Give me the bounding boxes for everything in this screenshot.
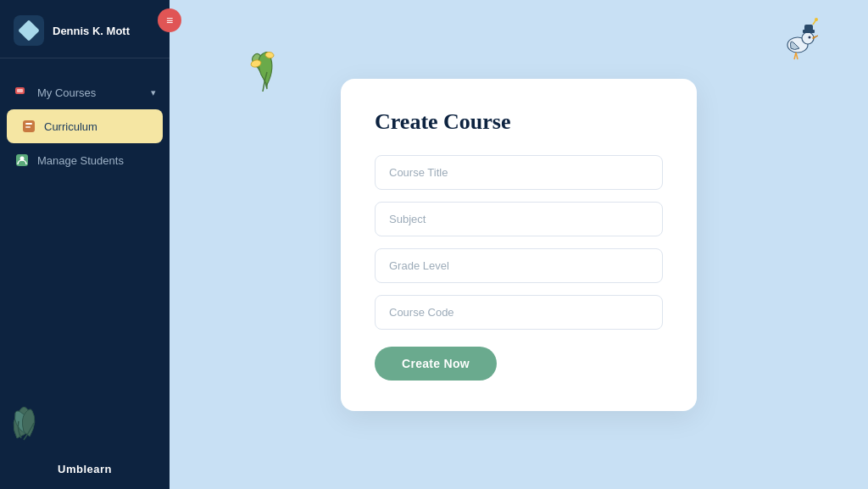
main-content: Create Course Create Now bbox=[170, 0, 868, 489]
svg-point-11 bbox=[809, 36, 811, 39]
deco-bird-top-icon bbox=[771, 13, 821, 68]
sidebar-footer: Umblearn bbox=[0, 398, 170, 489]
svg-rect-3 bbox=[25, 123, 32, 125]
svg-rect-13 bbox=[804, 25, 813, 31]
svg-point-15 bbox=[815, 18, 818, 21]
course-title-input[interactable] bbox=[375, 155, 663, 190]
sidebar-item-my-courses-label: My Courses bbox=[37, 86, 96, 99]
create-course-card: Create Course Create Now bbox=[341, 79, 697, 411]
sidebar-nav: My Courses ▾ Curriculum bbox=[0, 58, 170, 398]
sidebar-header: Dennis K. Mott bbox=[0, 15, 170, 58]
hamburger-icon: ≡ bbox=[166, 14, 173, 26]
curriculum-icon bbox=[20, 118, 37, 135]
courses-icon bbox=[14, 84, 31, 101]
svg-rect-4 bbox=[25, 126, 31, 128]
course-code-input[interactable] bbox=[375, 295, 663, 330]
students-icon bbox=[14, 152, 31, 169]
sidebar-item-manage-students[interactable]: Manage Students bbox=[0, 143, 170, 177]
footer-plant-decoration bbox=[0, 379, 76, 447]
sidebar-item-manage-students-label: Manage Students bbox=[37, 154, 124, 167]
sidebar: Dennis K. Mott ≡ My Courses ▾ bbox=[0, 0, 170, 489]
svg-rect-1 bbox=[17, 89, 23, 92]
logo-diamond bbox=[18, 19, 39, 41]
logo-icon bbox=[14, 15, 44, 46]
create-now-button[interactable]: Create Now bbox=[375, 347, 497, 381]
sidebar-item-curriculum[interactable]: Curriculum bbox=[7, 109, 163, 143]
grade-level-input[interactable] bbox=[375, 248, 663, 283]
sidebar-item-my-courses[interactable]: My Courses ▾ bbox=[0, 75, 170, 109]
brand-label: Umblearn bbox=[58, 463, 112, 475]
sidebar-toggle-button[interactable]: ≡ bbox=[158, 8, 181, 32]
svg-point-10 bbox=[802, 32, 814, 44]
deco-plant-top-icon bbox=[237, 25, 297, 93]
subject-input[interactable] bbox=[375, 202, 663, 236]
sidebar-item-curriculum-label: Curriculum bbox=[44, 120, 97, 133]
sidebar-username: Dennis K. Mott bbox=[53, 25, 130, 37]
chevron-down-icon: ▾ bbox=[151, 87, 156, 98]
card-title: Create Course bbox=[375, 109, 663, 135]
